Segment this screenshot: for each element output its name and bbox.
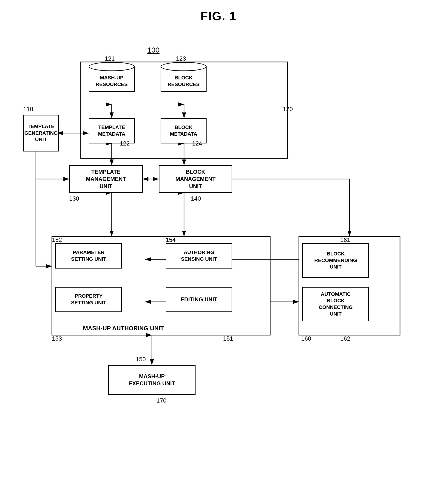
- label-151: 151: [223, 335, 233, 342]
- label-170: 170: [157, 397, 166, 404]
- block-resources-cylinder: BLOCK RESOURCES: [161, 62, 207, 92]
- automatic-block-connecting-unit: AUTOMATIC BLOCK CONNECTING UNIT: [302, 287, 369, 321]
- block-metadata: BLOCK METADATA: [161, 118, 207, 143]
- label-161: 161: [340, 236, 350, 244]
- label-162: 162: [340, 335, 350, 342]
- label-160: 160: [301, 335, 311, 342]
- authoring-sensing-unit: AUTHORING SENSING UNIT: [166, 243, 232, 268]
- page: FIG. 1: [0, 0, 437, 504]
- parameter-setting-unit: PARAMETER SETTING UNIT: [55, 243, 122, 268]
- label-140: 140: [191, 195, 201, 202]
- block-recommending-unit: BLOCK RECOMMENDING UNIT: [302, 243, 369, 278]
- template-metadata: TEMPLATE METADATA: [89, 118, 135, 143]
- label-153: 153: [52, 335, 62, 342]
- template-generating-unit: TEMPLATE GENERATING UNIT: [23, 115, 59, 152]
- label-130: 130: [69, 195, 79, 202]
- label-121: 121: [105, 55, 115, 62]
- block-management-unit: BLOCK MANAGEMENT UNIT: [159, 165, 232, 193]
- mash-up-executing-unit: MASH-UP EXECUTING UNIT: [108, 365, 196, 395]
- diagram: 100 TEMPLATE GENERATING UNIT 110 MASH-UP…: [23, 37, 414, 484]
- cyl-top-123: [161, 62, 207, 71]
- editing-unit: EDITING UNIT: [166, 287, 232, 312]
- label-110: 110: [23, 105, 33, 113]
- mash-up-authoring-unit-label: MASH-UP AUTHORING UNIT: [83, 325, 164, 332]
- fig-title: FIG. 1: [14, 9, 423, 23]
- label-100: 100: [147, 46, 159, 54]
- label-152: 152: [52, 236, 62, 244]
- property-setting-unit: PROPERTY SETTING UNIT: [55, 287, 122, 312]
- label-122: 122: [120, 140, 129, 147]
- mashup-resources-cylinder: MASH-UP RESOURCES: [89, 62, 135, 92]
- label-150: 150: [136, 356, 146, 363]
- label-123: 123: [176, 55, 186, 62]
- template-management-unit: TEMPLATE MANAGEMENT UNIT: [69, 165, 143, 193]
- label-124: 124: [192, 140, 202, 147]
- cyl-top-121: [89, 62, 135, 71]
- label-154: 154: [166, 236, 176, 244]
- label-120: 120: [283, 105, 293, 113]
